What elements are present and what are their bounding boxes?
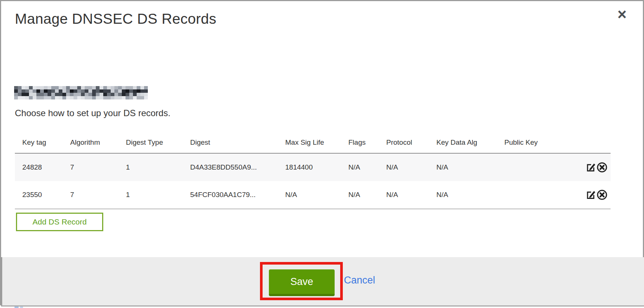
ds-records-table: Key tag Algorithm Digest Type Digest Max… <box>15 132 611 209</box>
row-actions <box>576 153 611 181</box>
column-header-flags: Flags <box>341 132 379 153</box>
add-ds-record-button[interactable]: Add DS Record <box>16 213 103 231</box>
table-row: 24828 7 1 D4A33E8DD550A9... 1814400 N/A … <box>15 153 611 181</box>
row-actions <box>576 181 611 209</box>
cancel-link[interactable]: Cancel <box>344 275 375 286</box>
domain-name-redacted <box>14 86 148 99</box>
table-row: 23550 7 1 54FCF030AA1C79... N/A N/A N/A … <box>15 181 611 209</box>
setup-instructions-text: Choose how to set up your DS records. <box>15 108 170 118</box>
column-header-algorithm: Algorithm <box>63 132 118 153</box>
cell-algorithm: 7 <box>63 181 118 209</box>
annotation-highlight-box: Save <box>260 262 343 300</box>
cell-public-key <box>497 181 576 209</box>
cell-protocol: N/A <box>379 153 429 181</box>
edit-icon[interactable] <box>585 162 596 173</box>
column-header-public-key: Public Key <box>497 132 576 153</box>
cell-key-tag: 24828 <box>15 153 63 181</box>
cell-flags: N/A <box>341 153 379 181</box>
modal-footer: Save Cancel <box>1 257 644 307</box>
column-header-protocol: Protocol <box>379 132 429 153</box>
cell-key-data-alg: N/A <box>429 153 497 181</box>
delete-icon[interactable] <box>596 162 608 173</box>
close-icon[interactable]: × <box>615 6 629 23</box>
save-button[interactable]: Save <box>269 269 335 296</box>
cell-digest-type: 1 <box>118 181 183 209</box>
column-header-digest: Digest <box>183 132 278 153</box>
cell-max-sig-life: N/A <box>278 181 341 209</box>
cell-max-sig-life: 1814400 <box>278 153 341 181</box>
cell-protocol: N/A <box>379 181 429 209</box>
column-header-max-sig-life: Max Sig Life <box>278 132 341 153</box>
column-header-actions <box>576 132 611 153</box>
cell-flags: N/A <box>341 181 379 209</box>
cell-digest: 54FCF030AA1C79... <box>183 181 278 209</box>
edit-icon[interactable] <box>585 189 596 200</box>
cell-digest: D4A33E8DD550A9... <box>183 153 278 181</box>
delete-icon[interactable] <box>596 189 608 200</box>
column-header-key-tag: Key tag <box>15 132 63 153</box>
table-header-row: Key tag Algorithm Digest Type Digest Max… <box>15 132 611 153</box>
cell-key-tag: 23550 <box>15 181 63 209</box>
modal-title: Manage DNSSEC DS Records <box>15 11 217 27</box>
column-header-digest-type: Digest Type <box>118 132 183 153</box>
cell-digest-type: 1 <box>118 153 183 181</box>
column-header-key-data-alg: Key Data Alg <box>429 132 497 153</box>
dnssec-ds-records-modal: Manage DNSSEC DS Records × Choose how to… <box>0 0 644 305</box>
cell-public-key <box>497 153 576 181</box>
page-background: Manage DNSSEC DS Records × Choose how to… <box>0 0 644 308</box>
cell-algorithm: 7 <box>63 153 118 181</box>
cell-key-data-alg: N/A <box>429 181 497 209</box>
